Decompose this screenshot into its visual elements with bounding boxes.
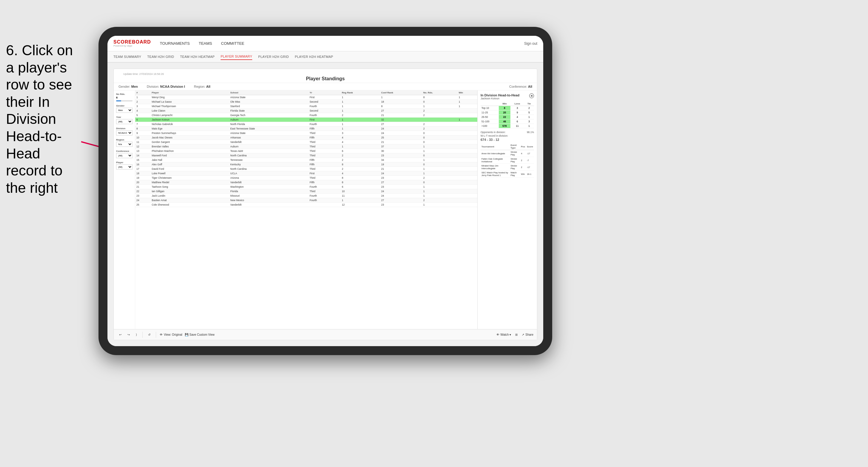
- table-row[interactable]: 6 Jackson Koivun Auburn First 1 32 1: [135, 118, 477, 122]
- cell-win: [458, 203, 477, 207]
- refresh-btn[interactable]: ↺: [146, 333, 152, 337]
- eye-icon: 👁: [496, 333, 499, 336]
- player-select[interactable]: (All): [116, 164, 132, 169]
- table-row[interactable]: 9 Preston Summerhays Arizona State Third…: [135, 131, 477, 135]
- watch-btn[interactable]: 👁 Watch ▾: [496, 333, 511, 336]
- cell-reg-rank: 1: [341, 122, 380, 127]
- subnav-player-h2h-grid[interactable]: PLAYER H2H GRID: [258, 54, 289, 60]
- cell-player: Tiger Christensen: [150, 176, 229, 180]
- table-row[interactable]: 13 Phichaksn Maichon Texas A&M Third 6 3…: [135, 149, 477, 153]
- table-row[interactable]: 2 Michael La Sasso Ole Miss Second 1 18 …: [135, 100, 477, 104]
- cell-player: Jackson Koivun: [150, 118, 229, 122]
- bottom-toolbar: ↩ ↪ ⟩ ↺ 👁 View: Original 💾 Save Custom V…: [114, 329, 537, 340]
- cell-player: Michael La Sasso: [150, 100, 229, 104]
- table-row[interactable]: 5 Christo Lamprecht Georgia Tech Fourth …: [135, 113, 477, 118]
- h2h-win: 8: [499, 106, 510, 111]
- cell-no-rds: 0: [422, 140, 458, 145]
- subnav-team-h2h-grid[interactable]: TEAM H2H GRID: [147, 54, 174, 60]
- nav-committee[interactable]: COMMITTEE: [221, 40, 244, 47]
- cell-num: 22: [135, 189, 150, 194]
- table-row[interactable]: 24 Bastien Amat New Mexico Fourth 1 27 2: [135, 198, 477, 203]
- h2h-close-btn[interactable]: ✕: [529, 93, 534, 98]
- table-row[interactable]: 4 Luke Claton Florida State Second 1 27 …: [135, 108, 477, 113]
- table-row[interactable]: 17 David Ford North Carolina Third 2 21 …: [135, 167, 477, 171]
- gender-select[interactable]: Men: [116, 108, 132, 113]
- subnav-team-summary[interactable]: TEAM SUMMARY: [114, 54, 141, 60]
- view-original-btn[interactable]: 👁 View: Original: [160, 333, 182, 336]
- tournament-row: Mirabel Maui Jim Intercollegiate Stroke …: [480, 164, 534, 171]
- table-row[interactable]: 25 Cole Sherwood Vanderbilt 12 23 1: [135, 203, 477, 207]
- nav-teams[interactable]: TEAMS: [199, 40, 212, 47]
- cell-school: Washington: [229, 185, 309, 189]
- h2h-header: In Division Head-to-Head Jackson Koivun …: [480, 93, 534, 100]
- table-row[interactable]: 18 Luke Powell UCLA First 4 24 1: [135, 171, 477, 176]
- sidebar-year: Year (All): [116, 116, 132, 124]
- cell-no-rds: 2: [422, 108, 458, 113]
- tablet-screen: SCOREBOARD Powered by clippi TOURNAMENTS…: [107, 36, 543, 346]
- card-title: Player Standings: [119, 76, 532, 82]
- no-rds-slider[interactable]: [116, 100, 132, 101]
- col-win: Win: [458, 90, 477, 95]
- cell-no-rds: 1: [422, 203, 458, 207]
- table-row[interactable]: 21 Taehoon Song Washington Fourth 6 23 1: [135, 185, 477, 189]
- table-row[interactable]: 7 Nicholas Gabrelcik North Florida Fourt…: [135, 122, 477, 127]
- cell-conf-rank: 25: [380, 135, 422, 140]
- subnav-team-h2h-heatmap[interactable]: TEAM H2H HEATMAP: [180, 54, 215, 60]
- cell-win: [458, 180, 477, 185]
- cell-win: [458, 127, 477, 131]
- logo-powered: Powered by clippi: [114, 44, 151, 47]
- col-yr: Yr: [308, 90, 341, 95]
- redo-btn[interactable]: ↪: [126, 333, 132, 337]
- toolbar-separator-2: [156, 332, 156, 338]
- table-row[interactable]: 10 Jacob Mac Dieses Arkansas Fifth 4 25 …: [135, 135, 477, 140]
- table-row[interactable]: 23 Jack Lundin Missouri Fourth 11 24 1: [135, 194, 477, 198]
- table-row[interactable]: 22 Ian Gilligan Florida Third 10 24 1: [135, 189, 477, 194]
- cell-yr: Second: [308, 108, 341, 113]
- cell-win: [458, 149, 477, 153]
- tournament-type: Stroke Play: [509, 150, 520, 157]
- cell-reg-rank: 1: [341, 95, 380, 100]
- region-select[interactable]: N/a: [116, 142, 132, 147]
- sign-out-btn[interactable]: Sign out: [524, 41, 537, 46]
- division-select[interactable]: NCAA Division I: [116, 130, 132, 135]
- cell-yr: Fifth: [308, 162, 341, 167]
- cell-no-rds: 2: [422, 113, 458, 118]
- table-row[interactable]: 14 Maxwell Ford North Carolina Third 2 2…: [135, 153, 477, 158]
- cell-conf-rank: 27: [380, 108, 422, 113]
- table-row[interactable]: 15 Jake Hall Tennessee Fifth 2 34 1: [135, 158, 477, 162]
- table-row[interactable]: 16 Alex Goff Kentucky Fifth 8 19 0: [135, 162, 477, 167]
- cell-no-rds: 2: [422, 127, 458, 131]
- table-row[interactable]: 11 Gordon Sargent Vanderbilt Third 4 21 …: [135, 140, 477, 145]
- cell-num: 25: [135, 203, 150, 207]
- cell-school: East Tennessee State: [229, 127, 309, 131]
- conference-select[interactable]: (All): [116, 153, 132, 158]
- forward-btn[interactable]: ⟩: [134, 333, 139, 337]
- undo-btn[interactable]: ↩: [117, 333, 123, 337]
- save-custom-btn[interactable]: 💾 Save Custom View: [185, 333, 215, 336]
- table-row[interactable]: 20 Matthew Riedel Vanderbilt Fifth 8 27 …: [135, 180, 477, 185]
- cell-num: 15: [135, 158, 150, 162]
- cell-num: 5: [135, 113, 150, 118]
- h2h-loss: 11: [510, 124, 524, 128]
- table-row[interactable]: 8 Mats Ege East Tennessee State Fifth 1 …: [135, 127, 477, 131]
- nav-tournaments[interactable]: TOURNAMENTS: [160, 40, 190, 47]
- tournament-col-score: Score: [526, 143, 534, 150]
- year-select[interactable]: (All): [116, 119, 132, 124]
- table-row[interactable]: 12 Brendan Valles Auburn Third 1 37 1: [135, 145, 477, 149]
- cell-no-rds: 0: [422, 135, 458, 140]
- share-btn[interactable]: ↗ Share: [522, 333, 533, 336]
- subnav-player-summary[interactable]: PLAYER SUMMARY: [221, 54, 252, 60]
- tournament-col-name: Tournament: [480, 143, 509, 150]
- cell-no-rds: 2: [422, 122, 458, 127]
- table-row[interactable]: 1 Wenyi Ding Arizona State First 1 1 8 1: [135, 95, 477, 100]
- cell-school: Arizona State: [229, 131, 309, 135]
- cell-school: Vanderbilt: [229, 203, 309, 207]
- subnav-player-h2h-heatmap[interactable]: PLAYER H2H HEATMAP: [295, 54, 333, 60]
- sidebar-conference: Conference (All): [116, 150, 132, 158]
- table-row[interactable]: 19 Tiger Christensen Arizona Third 8 23 …: [135, 176, 477, 180]
- cell-no-rds: 1: [422, 104, 458, 108]
- layout-btn[interactable]: ⊞: [514, 333, 519, 337]
- cell-num: 16: [135, 162, 150, 167]
- table-row[interactable]: 3 Michael Thorbjornsen Stanford Fourth 1…: [135, 104, 477, 108]
- cell-player: Jack Lundin: [150, 194, 229, 198]
